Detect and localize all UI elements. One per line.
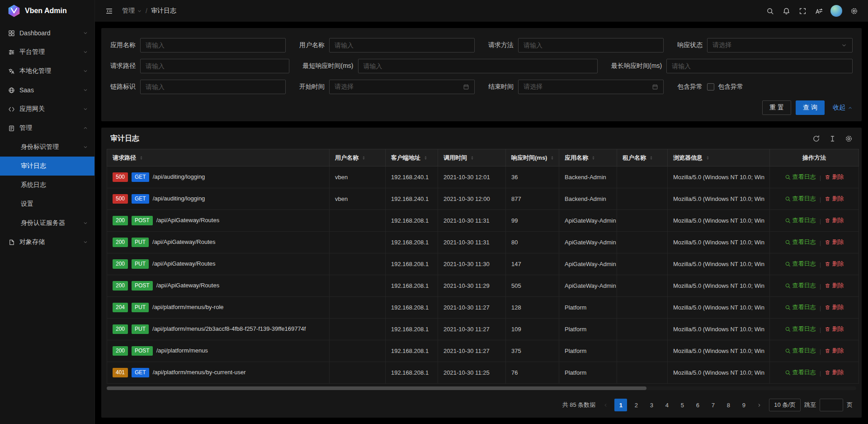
pagination-total: 共 85 条数据 [562, 401, 596, 409]
view-log-button[interactable]: 查看日志 [785, 195, 816, 203]
delete-button[interactable]: 删除 [825, 347, 844, 355]
chevron-down-icon [83, 68, 88, 74]
filter-field-include-exception: 包含异常包含异常 [677, 80, 853, 94]
request-method-input[interactable] [518, 38, 664, 52]
page-button-3[interactable]: 3 [645, 399, 658, 411]
delete-button[interactable]: 删除 [825, 303, 844, 311]
delete-button[interactable]: 删除 [825, 260, 844, 268]
sidebar-item-platform-management[interactable]: 平台管理 [0, 43, 94, 62]
action-divider [820, 306, 821, 311]
view-log-button[interactable]: 查看日志 [785, 281, 816, 290]
page-button-1[interactable]: 1 [614, 399, 627, 411]
delete-button[interactable]: 删除 [825, 368, 844, 376]
column-header-8[interactable]: 浏览器信息 [668, 149, 770, 167]
column-header-5[interactable]: 响应时间(ms) [506, 149, 559, 167]
browser-info-cell: Mozilla/5.0 (Windows NT 10.0; Win [668, 319, 770, 340]
sort-icon[interactable] [705, 155, 710, 161]
view-log-button[interactable]: 查看日志 [785, 325, 816, 333]
sidebar-item-identity-management[interactable]: 身份标识管理 [0, 138, 94, 157]
view-log-button[interactable]: 查看日志 [785, 173, 816, 181]
trace-id-input[interactable] [140, 80, 286, 94]
collapse-button[interactable]: 收起 [833, 104, 853, 112]
column-header-4[interactable]: 调用时间 [438, 149, 506, 167]
horizontal-scrollbar[interactable] [107, 386, 856, 390]
scrollbar-thumb[interactable] [107, 386, 646, 390]
sidebar-item-settings[interactable]: 设置 [0, 195, 94, 214]
end-time-picker[interactable]: 请选择 [518, 80, 664, 94]
user-avatar[interactable] [830, 5, 842, 17]
action-divider [820, 241, 821, 246]
notification-button[interactable] [778, 3, 794, 19]
delete-button[interactable]: 删除 [825, 216, 844, 224]
sidebar-item-dashboard[interactable]: Dashboard [0, 24, 94, 43]
view-log-button[interactable]: 查看日志 [785, 347, 816, 355]
column-header-6[interactable]: 应用名称 [559, 149, 617, 167]
prev-page-button[interactable] [599, 399, 612, 411]
sidebar-item-saas[interactable]: Saas [0, 81, 94, 100]
tenant-name-cell [617, 297, 668, 319]
min-response-time-input[interactable] [358, 59, 598, 73]
sort-icon[interactable] [361, 155, 366, 161]
sidebar-item-audit-log[interactable]: 审计日志 [0, 157, 94, 176]
column-header-2[interactable]: 用户名称 [330, 149, 386, 167]
sidebar-collapse-button[interactable] [101, 3, 117, 19]
chevron-down-icon [83, 144, 88, 150]
response-status-select[interactable]: 请选择 [707, 38, 853, 52]
start-time-picker[interactable]: 请选择 [329, 80, 475, 94]
include-exception-checkbox[interactable]: 包含异常 [707, 83, 853, 91]
delete-button[interactable]: 删除 [825, 325, 844, 333]
column-header-7[interactable]: 租户名称 [617, 149, 668, 167]
view-log-button[interactable]: 查看日志 [785, 303, 816, 311]
sort-icon[interactable] [423, 155, 428, 161]
view-log-button[interactable]: 查看日志 [785, 368, 816, 376]
next-page-button[interactable] [753, 399, 765, 411]
settings-button[interactable] [846, 3, 862, 19]
max-response-time-input[interactable] [666, 59, 853, 73]
jump-page-input[interactable] [820, 399, 843, 411]
app-name-input[interactable] [140, 38, 286, 52]
sidebar-item-management[interactable]: 管理 [0, 119, 94, 138]
fullscreen-button[interactable] [795, 3, 810, 19]
reset-button[interactable]: 重 置 [762, 100, 791, 115]
delete-button[interactable]: 删除 [825, 195, 844, 203]
page-size-select[interactable]: 10 条/页 [769, 399, 801, 411]
sort-icon[interactable] [649, 155, 654, 161]
delete-button[interactable]: 删除 [825, 173, 844, 181]
column-label: 响应时间(ms) [511, 154, 547, 162]
breadcrumb-parent[interactable]: 管理 [122, 7, 142, 15]
search-button[interactable] [762, 3, 778, 19]
user-name-input[interactable] [329, 38, 475, 52]
sidebar-item-app-gateway[interactable]: 应用网关 [0, 100, 94, 119]
sort-icon[interactable] [470, 155, 475, 161]
column-settings-button[interactable] [844, 135, 853, 143]
checkbox-box[interactable] [707, 83, 714, 91]
sidebar-item-auth-server[interactable]: 身份认证服务器 [0, 214, 94, 233]
page-button-8[interactable]: 8 [722, 399, 735, 411]
view-log-button[interactable]: 查看日志 [785, 216, 816, 224]
view-log-button[interactable]: 查看日志 [785, 238, 816, 246]
page-button-5[interactable]: 5 [676, 399, 689, 411]
sort-icon[interactable] [550, 155, 555, 161]
page-button-2[interactable]: 2 [630, 399, 642, 411]
page-button-9[interactable]: 9 [737, 399, 750, 411]
delete-button[interactable]: 删除 [825, 281, 844, 290]
logo[interactable]: Vben Admin [0, 0, 94, 22]
sidebar-item-system-log[interactable]: 系统日志 [0, 176, 94, 195]
request-path-input[interactable] [140, 59, 289, 73]
column-header-3[interactable]: 客户端地址 [386, 149, 438, 167]
delete-button[interactable]: 删除 [825, 238, 844, 246]
view-log-button[interactable]: 查看日志 [785, 260, 816, 268]
page-button-7[interactable]: 7 [707, 399, 719, 411]
sidebar-item-object-storage[interactable]: 对象存储 [0, 233, 94, 252]
page-button-6[interactable]: 6 [691, 399, 704, 411]
page-button-4[interactable]: 4 [660, 399, 673, 411]
refresh-button[interactable] [812, 135, 820, 143]
query-button[interactable]: 查 询 [796, 100, 825, 115]
language-button[interactable] [811, 3, 826, 19]
sort-icon[interactable] [139, 155, 144, 161]
trash-icon [825, 305, 830, 310]
sidebar-item-localization-management[interactable]: 本地化管理 [0, 62, 94, 81]
row-height-button[interactable] [828, 135, 836, 143]
column-header-1[interactable]: 请求路径 [107, 149, 330, 167]
sort-icon[interactable] [591, 155, 596, 161]
